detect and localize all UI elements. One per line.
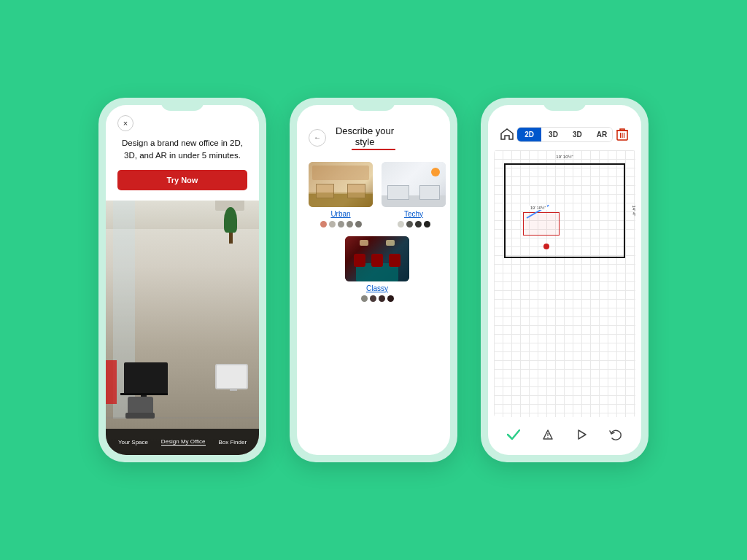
style-urban[interactable]: Urban [309,162,373,228]
techy-color-1 [398,221,404,228]
office-background [106,185,259,455]
nav-box-finder[interactable]: Box Finder [218,439,247,446]
home-button[interactable] [497,124,516,144]
urban-image [309,162,373,207]
undo-button[interactable] [604,423,627,446]
notch-1 [160,98,204,111]
phone-3: 2D 3D 3D AR 19' 1 [481,98,649,462]
urban-colors [320,221,362,228]
classy-color-2 [370,295,376,302]
draw-button[interactable] [536,423,560,446]
classy-label[interactable]: Classy [366,284,388,292]
describe-style-title: Describe your style [326,125,403,147]
view-mode-tabs: 2D 3D 3D AR [516,127,612,142]
urban-color-5 [355,221,362,228]
phone-1-overlay-card: × Design a brand new office in 2D, 3D, a… [106,105,259,201]
style-options-grid: Urban Techy [297,156,450,308]
techy-label[interactable]: Techy [404,210,423,218]
urban-color-2 [329,221,336,228]
svg-point-5 [547,437,549,438]
red-accent-panel [106,360,117,404]
classy-color-1 [361,295,368,302]
tab-3d[interactable]: 3D [565,128,589,141]
phone-2-header: ← Describe your style [297,105,450,156]
techy-image [382,162,446,207]
techy-color-3 [415,221,422,228]
phone-1-screen: × Design a brand new office in 2D, 3D, a… [106,105,259,455]
confirm-button[interactable] [502,423,525,446]
urban-color-1 [320,221,327,228]
techy-color-2 [406,221,413,228]
floor-plan-toolbar: 2D 3D 3D AR [488,105,641,150]
height-dimension: 14' 4" [632,206,635,217]
nav-your-space[interactable]: Your Space [118,439,148,446]
control-point[interactable] [543,244,549,249]
phone-3-screen: 2D 3D 3D AR 19' 1 [488,105,641,455]
classy-color-3 [379,295,385,302]
phone-1-content: × Design a brand new office in 2D, 3D, a… [106,105,259,455]
try-now-button[interactable]: Try Now [117,170,247,190]
urban-color-3 [338,221,344,228]
width-dimension: 19' 10½" [556,155,573,159]
urban-label[interactable]: Urban [330,210,350,218]
bottom-navigation: Your Space Design My Office Box Finder [106,429,259,455]
room-outline: 19' 10½" 14' 4" [504,163,625,258]
phone-1: × Design a brand new office in 2D, 3D, a… [98,98,266,462]
bottom-toolbar [488,417,641,455]
tab-2d-active[interactable]: 3D [541,128,565,141]
urban-color-4 [347,221,353,228]
play-button[interactable] [570,423,593,446]
phone-2: ← Describe your style Urban [290,98,457,462]
techy-colors [398,221,430,228]
tab-ar[interactable]: AR [589,128,613,141]
floor-plan-canvas[interactable]: 19' 10½" 14' 4" 19' 10½" [494,150,635,417]
back-button[interactable]: ← [309,129,326,147]
phone-2-screen: ← Describe your style Urban [297,105,450,455]
close-button[interactable]: × [117,115,133,131]
notch-3 [543,98,587,111]
headline-text: Design a brand new office in 2D, 3D, and… [117,137,247,163]
classy-colors [361,295,394,302]
classy-color-4 [387,295,394,302]
style-techy[interactable]: Techy [382,162,446,228]
techy-color-4 [424,221,430,228]
style-classy[interactable]: Classy [309,236,446,302]
notch-2 [352,98,395,111]
dimension-label: 19' 10½" [529,206,547,210]
title-underline [352,149,395,150]
classy-image [345,236,409,281]
tab-2d[interactable]: 2D [517,128,541,141]
delete-button[interactable] [613,124,632,144]
nav-design-office[interactable]: Design My Office [161,438,206,446]
